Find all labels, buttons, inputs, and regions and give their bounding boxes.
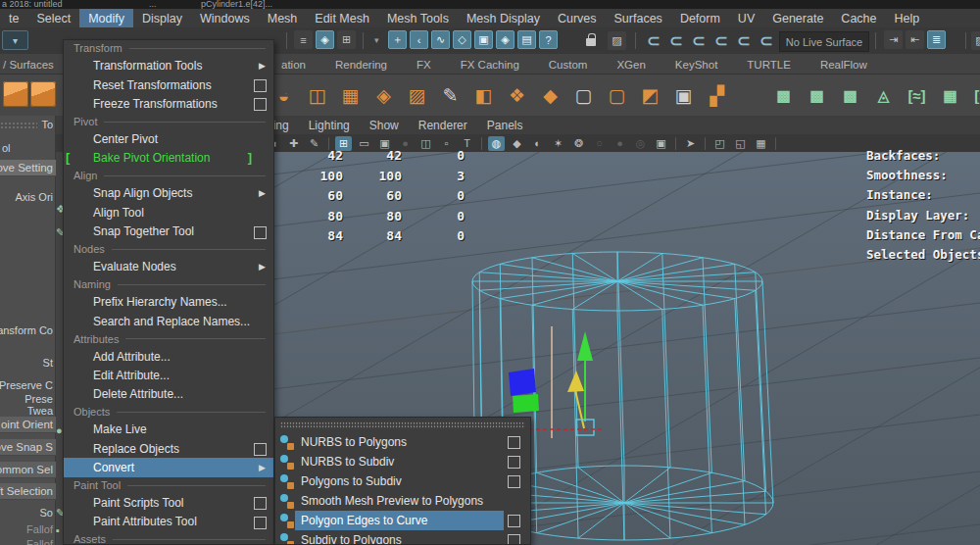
option-box[interactable]	[508, 515, 520, 527]
shelf-tab[interactable]: TURTLE	[732, 54, 806, 74]
shelf-tool-icon[interactable]: ◆	[537, 82, 564, 109]
menubar-item[interactable]: Edit Mesh	[306, 9, 378, 27]
convert-menu-item[interactable]: Polygons to Subdiv	[275, 471, 530, 491]
shelf-tool-icon[interactable]: ▦	[337, 82, 364, 109]
option-box[interactable]	[254, 497, 267, 510]
menubar-item[interactable]: Modify	[79, 9, 133, 27]
menubar-item[interactable]: te	[0, 9, 27, 27]
modify-menu-item[interactable]: [ Make Live ] ▶	[64, 421, 273, 439]
shelf-tool-icon[interactable]: ✎	[437, 82, 464, 109]
modify-menu-item[interactable]: [ Attributes ] ▶	[64, 330, 273, 347]
shelf-tab[interactable]: XGen	[602, 54, 660, 74]
menubar-item[interactable]: Windows	[191, 9, 259, 27]
poly-cube-shelf-icon[interactable]	[3, 81, 28, 107]
shelf-tab[interactable]: ation	[267, 54, 320, 74]
shelf-tool-icon[interactable]: ❖	[504, 82, 530, 109]
menubar-item[interactable]: Deform	[671, 9, 729, 27]
menubar-item[interactable]: Select	[27, 9, 79, 27]
option-box[interactable]	[508, 456, 520, 469]
quick-help-icon[interactable]: ?	[539, 30, 558, 49]
viewport-toolbar-icon[interactable]: ◆	[509, 136, 525, 151]
option-box[interactable]	[254, 79, 267, 92]
surface-snap-icon[interactable]: ⊂	[688, 30, 710, 51]
axis-snap-icon[interactable]: ⊂	[733, 30, 755, 51]
modify-menu-item[interactable]: [ Convert ] ▶	[64, 458, 273, 476]
toolbox-tool-icon[interactable]: ●	[56, 424, 63, 436]
panel-menu-item[interactable]: Panels	[477, 116, 533, 134]
modify-menu-item[interactable]: [ Edit Attribute... ] ▶	[64, 366, 273, 384]
shelf-tool-icon[interactable]: ▩	[770, 82, 797, 109]
shelf-tool-icon[interactable]: ◒	[270, 82, 297, 109]
viewport-toolbar-icon[interactable]: ▣	[653, 136, 669, 151]
modify-menu-item[interactable]: [ Search and Replace Names... ] ▶	[64, 312, 273, 330]
viewport-toolbar-icon[interactable]	[675, 137, 676, 150]
lock-selection-button[interactable]	[586, 30, 596, 46]
shelf-tool-icon[interactable]: ▣	[670, 82, 697, 109]
menubar-item[interactable]: Surfaces	[606, 9, 671, 27]
modify-menu-item[interactable]: [ Naming ] ▶	[64, 276, 273, 293]
modify-menu-item[interactable]: [ Evaluate Nodes ] ▶	[64, 258, 273, 276]
viewport-toolbar-icon[interactable]: ●	[612, 136, 628, 151]
modify-menu-item[interactable]: [ Reset Transformations ] ▶	[64, 75, 273, 94]
modify-menu-item[interactable]: [ Paint Attributes Tool ] ▶	[64, 513, 273, 531]
modify-menu-item[interactable]: [ Paint Scripts Tool ] ▶	[64, 493, 273, 512]
toolbox-tool-icon[interactable]: ▪	[56, 524, 63, 536]
input-connections-icon[interactable]: ⇥	[884, 30, 903, 49]
move-snap-header[interactable]: love Snap S	[0, 439, 56, 456]
make-live-icon[interactable]: ◈	[496, 30, 514, 49]
modify-menu-item[interactable]: [ Snap Align Objects ] ▶	[64, 184, 273, 203]
modify-menu-item[interactable]: [ Transformation Tools ] ▶	[64, 57, 273, 75]
shelf-tool-icon[interactable]: [×]	[970, 82, 980, 109]
center-handle[interactable]	[576, 420, 594, 435]
viewport-toolbar-icon[interactable]: ❂	[570, 136, 587, 151]
viewport-toolbar-icon[interactable]	[705, 137, 706, 150]
highlight-selection-icon[interactable]: ▨	[608, 31, 626, 50]
shelf-tool-icon[interactable]: ▢	[570, 82, 597, 109]
common-selection-header[interactable]: ommon Sel	[0, 462, 56, 478]
menubar-item[interactable]: Cache	[832, 9, 885, 27]
option-box[interactable]	[254, 98, 267, 111]
shelf-tool-icon[interactable]: ▞	[704, 82, 730, 109]
select-object-icon[interactable]: ◈	[316, 30, 334, 49]
modify-menu-item[interactable]: [ Delete Attribute... ] ▶	[64, 385, 273, 404]
modify-menu-item[interactable]: [ Replace Objects ] ▶	[64, 439, 273, 458]
snap-to-point-icon[interactable]: ∿	[431, 30, 450, 49]
output-connections-icon[interactable]: ⇤	[906, 30, 924, 49]
option-box[interactable]	[508, 436, 520, 449]
modify-menu-item[interactable]: [ Nodes ] ▶	[64, 241, 273, 258]
shelf-tab[interactable]: RealFlow	[806, 54, 882, 74]
snap-group-caret-icon[interactable]: ▾	[374, 35, 379, 45]
shelf-tool-icon[interactable]: ◫	[304, 82, 330, 109]
panel-menu-item[interactable]: Lighting	[299, 116, 360, 134]
pivot-snap-icon[interactable]: ⊂	[710, 30, 732, 51]
modify-menu-item[interactable]: [ Paint Tool ] ▶	[64, 477, 273, 494]
toolbox-tool-icon[interactable]: ✎	[56, 507, 63, 520]
menubar-item[interactable]: Mesh Display	[458, 9, 549, 27]
viewport-toolbar-icon[interactable]: ◰	[711, 136, 728, 151]
shelf-tool-icon[interactable]: ▢	[604, 82, 630, 109]
select-component-icon[interactable]: ⊞	[337, 30, 356, 49]
shelf-tool-icon[interactable]: ▩	[804, 82, 830, 109]
yellow-axis-arrowhead[interactable]	[567, 371, 584, 392]
modify-menu-item[interactable]: [ Transform ] ▶	[64, 40, 273, 57]
viewport-toolbar-icon[interactable]: ○	[591, 136, 608, 151]
menu-set-selector[interactable]: ▾	[2, 30, 28, 50]
menubar-item[interactable]: Mesh Tools	[378, 9, 458, 27]
shelf-tool-icon[interactable]: ◬	[870, 82, 897, 109]
shelf-tool-icon[interactable]: ▩	[837, 82, 863, 109]
live-surface-field[interactable]: No Live Surface	[779, 31, 869, 52]
snap-to-grid-icon[interactable]: ＋	[388, 30, 407, 49]
menubar-item[interactable]: Curves	[549, 9, 606, 27]
snap-strip-icon[interactable]: ▤	[517, 30, 536, 49]
shelf-tab[interactable]: FX	[402, 54, 446, 74]
y-axis-arrowhead[interactable]	[577, 331, 593, 361]
shelf-tab[interactable]: FX Caching	[446, 54, 534, 74]
snap-to-curve-icon[interactable]: ‹	[410, 30, 428, 49]
snap-to-center-icon[interactable]: ▣	[474, 30, 493, 49]
viewport-toolbar-icon[interactable]: ◐	[529, 136, 546, 151]
menubar-item[interactable]: UV	[729, 9, 763, 27]
modify-menu-item[interactable]: [ Assets ] ▶	[64, 531, 273, 545]
shelf-tab[interactable]: KeyShot	[661, 54, 732, 74]
soft-selection-header[interactable]: oft Selection	[0, 483, 56, 500]
shelf-tool-icon[interactable]: [≈]	[904, 82, 930, 109]
